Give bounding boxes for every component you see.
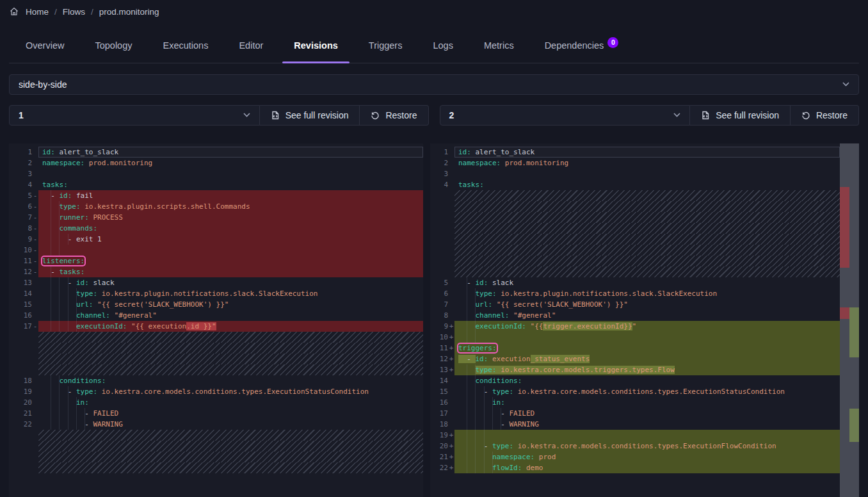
- breadcrumb-separator: /: [91, 7, 93, 17]
- diff-line: [9, 452, 423, 462]
- file-icon: [701, 111, 710, 120]
- home-icon[interactable]: [9, 6, 19, 17]
- diff-line: 8 channel: "#general": [430, 310, 840, 321]
- tab-logs[interactable]: Logs: [433, 35, 453, 63]
- diff-line: 20+ - type: io.kestra.core.models.condit…: [430, 441, 840, 452]
- diff-line: [9, 364, 423, 375]
- diff-line: [430, 201, 840, 212]
- diff-line: 2namespace: prod.monitoring: [430, 158, 840, 168]
- diff-line: 20 in:: [9, 397, 423, 408]
- diff-line: 4tasks:: [430, 179, 840, 190]
- diff-line: 10-: [9, 245, 423, 256]
- diff-line: 12+ - id: execution_status_events: [430, 354, 840, 364]
- diff-line: 4tasks:: [9, 179, 423, 190]
- diff-line: [9, 430, 423, 441]
- diff-match-highlight-box: listeners:: [42, 257, 84, 265]
- diff-line: [430, 223, 840, 234]
- diff-line: 17 - FAILED: [430, 408, 840, 419]
- diff-line: 21 - FAILED: [9, 408, 423, 419]
- diff-line: 3: [430, 168, 840, 179]
- restore-icon: [371, 111, 380, 120]
- see-full-revision-button-left[interactable]: See full revision: [260, 105, 360, 126]
- revision-group-left: 1 See full revision Restore: [9, 105, 429, 126]
- diff-line: 18 conditions:: [9, 375, 423, 386]
- restore-label: Restore: [385, 110, 417, 120]
- revision-controls: 1 See full revision Restore 2: [9, 105, 859, 126]
- restore-button-right[interactable]: Restore: [791, 105, 859, 126]
- tab-topology[interactable]: Topology: [95, 35, 132, 63]
- revision-buttons-left: See full revision Restore: [260, 105, 429, 126]
- diff-line: [430, 266, 840, 277]
- tab-executions[interactable]: Executions: [163, 35, 208, 63]
- diff-line: 5- - id: fail: [9, 190, 423, 201]
- diff-line: 11+triggers:: [430, 343, 840, 354]
- restore-label: Restore: [816, 110, 848, 120]
- diff-line: 11-listeners:: [9, 256, 423, 266]
- diff-line: 22+ flowId: demo: [430, 462, 840, 473]
- breadcrumb-home[interactable]: Home: [26, 7, 49, 17]
- tab-dependencies[interactable]: Dependencies0: [545, 35, 619, 63]
- diff-editor: 1id: alert_to_slack2namespace: prod.moni…: [9, 143, 859, 497]
- diff-line: 13 - id: slack: [9, 277, 423, 288]
- diff-panel-right[interactable]: 1id: alert_to_slack2namespace: prod.moni…: [430, 143, 859, 497]
- tab-metrics[interactable]: Metrics: [484, 35, 514, 63]
- diff-line: [430, 234, 840, 245]
- revision-group-right: 2 See full revision Restore: [440, 105, 860, 126]
- tab-revisions[interactable]: Revisions: [294, 35, 338, 63]
- diff-line: 2namespace: prod.monitoring: [9, 158, 423, 168]
- diff-line: 22 - WARNING: [9, 419, 423, 430]
- diff-panel-left[interactable]: 1id: alert_to_slack2namespace: prod.moni…: [9, 143, 423, 497]
- page: Home / Flows / prod.monitoring OverviewT…: [0, 0, 868, 497]
- breadcrumb-flows[interactable]: Flows: [63, 7, 85, 17]
- diff-line: 8- commands:: [9, 223, 423, 234]
- diff-overview-ruler[interactable]: [840, 143, 859, 497]
- see-full-revision-label: See full revision: [285, 110, 349, 120]
- revision-left-value: 1: [19, 110, 243, 120]
- chevron-down-icon: [842, 82, 849, 86]
- chevron-down-icon: [673, 113, 680, 117]
- diff-line: 3: [9, 168, 423, 179]
- diff-line: 1id: alert_to_slack: [430, 147, 840, 158]
- diff-mode-select[interactable]: side-by-side: [9, 74, 859, 95]
- revision-select-left[interactable]: 1: [9, 105, 260, 126]
- diff-line: [9, 354, 423, 364]
- tab-triggers[interactable]: Triggers: [369, 35, 403, 63]
- breadcrumb-separator: /: [54, 7, 57, 17]
- ruler-marker-added: [849, 409, 859, 442]
- diff-line: [430, 212, 840, 223]
- diff-line: 7- runner: PROCESS: [9, 212, 423, 223]
- ruler-marker-added: [849, 307, 859, 357]
- revision-right-value: 2: [449, 110, 674, 120]
- restore-icon: [801, 111, 810, 120]
- see-full-revision-label: See full revision: [716, 110, 779, 120]
- see-full-revision-button-right[interactable]: See full revision: [690, 105, 791, 126]
- file-icon: [271, 111, 280, 120]
- diff-line: 10+: [430, 332, 840, 343]
- diff-line: 6- type: io.kestra.plugin.scripts.shell.…: [9, 201, 423, 212]
- diff-line: 12- - tasks:: [9, 266, 423, 277]
- diff-line: 19+: [430, 430, 840, 441]
- ruler-marker-deleted: [840, 187, 849, 268]
- restore-button-left[interactable]: Restore: [360, 105, 428, 126]
- breadcrumb-flow-id[interactable]: prod.monitoring: [99, 7, 159, 17]
- revision-select-right[interactable]: 2: [440, 105, 691, 126]
- diff-line: 9- - exit 1: [9, 234, 423, 245]
- diff-line: 5 - id: slack: [430, 277, 840, 288]
- diff-line: 13+ type: io.kestra.core.models.triggers…: [430, 364, 840, 375]
- diff-line: 14 type: io.kestra.plugin.notifications.…: [9, 288, 423, 299]
- diff-line: 15 - type: io.kestra.core.models.conditi…: [430, 386, 840, 397]
- diff-line: [9, 462, 423, 473]
- diff-line: 14 conditions:: [430, 375, 840, 386]
- diff-line: 7 url: "{{ secret('SLACK_WEBHOOK') }}": [430, 299, 840, 310]
- diff-line: [9, 332, 423, 343]
- tab-overview[interactable]: Overview: [26, 35, 64, 63]
- diff-line: 1id: alert_to_slack: [9, 147, 423, 158]
- diff-line: 21+ namespace: prod: [430, 452, 840, 462]
- tab-editor[interactable]: Editor: [239, 35, 263, 63]
- diff-line: 15 url: "{{ secret('SLACK_WEBHOOK') }}": [9, 299, 423, 310]
- breadcrumb: Home / Flows / prod.monitoring: [9, 5, 859, 18]
- ruler-marker-deleted: [840, 307, 849, 319]
- diff-line: [430, 256, 840, 266]
- tab-bar: OverviewTopologyExecutionsEditorRevision…: [9, 35, 859, 63]
- dependencies-badge: 0: [607, 37, 618, 48]
